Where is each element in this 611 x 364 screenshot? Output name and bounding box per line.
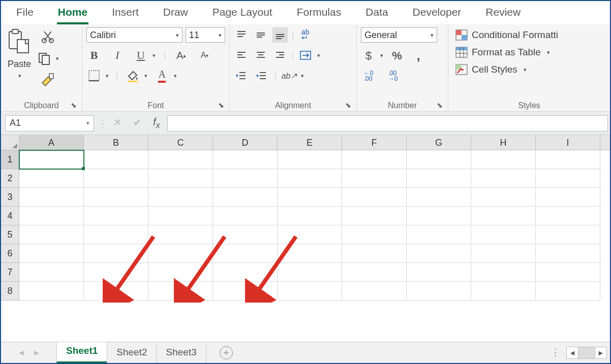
cell-F5[interactable] [342, 225, 407, 244]
scroll-right-icon[interactable]: ► [595, 349, 606, 357]
sheet-nav-prev-icon[interactable]: ◄ [17, 348, 25, 357]
cell-F4[interactable] [342, 207, 407, 225]
cell-C5[interactable] [148, 225, 213, 244]
cell-A2[interactable] [19, 169, 84, 188]
cell-D3[interactable] [213, 188, 278, 207]
chevron-down-icon[interactable]: ▾ [106, 73, 109, 79]
cell-D2[interactable] [213, 169, 278, 188]
col-header-E[interactable]: E [278, 135, 342, 150]
row-header-4[interactable]: 4 [1, 207, 19, 225]
name-box[interactable]: A1 ▾ [5, 115, 94, 131]
chevron-down-icon[interactable]: ▾ [174, 73, 177, 79]
col-header-A[interactable]: A [19, 135, 84, 150]
align-left-icon[interactable] [234, 48, 249, 63]
cell-C7[interactable] [148, 263, 213, 282]
cell-C4[interactable] [148, 207, 213, 225]
italic-button[interactable]: I [110, 48, 125, 63]
merge-center-icon[interactable] [298, 48, 313, 63]
align-top-icon[interactable] [234, 27, 249, 43]
cell-D5[interactable] [213, 225, 278, 244]
cell-C2[interactable] [148, 169, 213, 188]
cancel-formula-icon[interactable]: ✕ [113, 116, 122, 130]
sheet-tab-3[interactable]: Sheet3 [157, 344, 206, 363]
tab-review[interactable]: Review [484, 4, 522, 24]
cell-G7[interactable] [407, 263, 471, 282]
cell-H4[interactable] [471, 207, 536, 225]
col-header-F[interactable]: F [342, 135, 407, 150]
align-bottom-icon[interactable] [272, 27, 288, 43]
cell-H5[interactable] [471, 225, 536, 244]
cell-E3[interactable] [278, 188, 342, 207]
col-header-H[interactable]: H [471, 135, 536, 150]
cell-H2[interactable] [471, 169, 536, 188]
row-header-2[interactable]: 2 [1, 169, 19, 188]
wrap-text-icon[interactable]: ab↩ [298, 27, 313, 43]
cell-A3[interactable] [19, 188, 84, 207]
cell-H7[interactable] [471, 263, 536, 282]
cell-I7[interactable] [536, 263, 600, 282]
cell-I3[interactable] [536, 188, 600, 207]
cell-E8[interactable] [278, 282, 342, 301]
cell-F7[interactable] [342, 263, 407, 282]
decrease-font-icon[interactable]: A▾ [197, 48, 212, 63]
orientation-icon[interactable]: ab↗ [282, 68, 297, 83]
comma-format-button[interactable]: , [411, 48, 426, 63]
font-family-select[interactable]: Calibri▾ [86, 27, 182, 43]
horizontal-scrollbar[interactable]: ◄ ► [566, 347, 607, 359]
cell-H8[interactable] [471, 282, 536, 301]
col-header-B[interactable]: B [84, 135, 148, 150]
cell-H6[interactable] [471, 244, 536, 263]
cell-I5[interactable] [536, 225, 600, 244]
font-size-select[interactable]: 11▾ [186, 27, 225, 43]
dialog-launcher-icon[interactable]: ⬊ [436, 101, 444, 109]
row-header-6[interactable]: 6 [1, 244, 19, 263]
cell-I1[interactable] [536, 150, 600, 169]
fill-color-icon[interactable] [125, 68, 140, 83]
cell-C3[interactable] [148, 188, 213, 207]
font-color-icon[interactable]: A [155, 68, 170, 83]
cell-E2[interactable] [278, 169, 342, 188]
cut-icon[interactable] [37, 29, 59, 45]
cell-styles-button[interactable]: Cell Styles▾ [455, 62, 527, 77]
cell-H3[interactable] [471, 188, 536, 207]
col-header-C[interactable]: C [148, 135, 213, 150]
cell-E1[interactable] [278, 150, 342, 169]
cell-G8[interactable] [407, 282, 471, 301]
chevron-down-icon[interactable]: ▾ [86, 120, 89, 126]
cell-F3[interactable] [342, 188, 407, 207]
percent-format-button[interactable]: % [389, 48, 405, 63]
row-header-3[interactable]: 3 [1, 188, 19, 207]
row-header-5[interactable]: 5 [1, 225, 19, 244]
tab-formulas[interactable]: Formulas [296, 4, 343, 24]
copy-icon[interactable] [37, 51, 52, 66]
insert-function-icon[interactable]: fx [153, 116, 160, 130]
cell-C6[interactable] [148, 244, 213, 263]
cell-B4[interactable] [84, 207, 148, 225]
cell-B7[interactable] [84, 263, 148, 282]
paste-icon[interactable] [5, 27, 34, 56]
cell-I8[interactable] [536, 282, 600, 301]
cell-C1[interactable] [148, 150, 213, 169]
cell-G3[interactable] [407, 188, 471, 207]
format-painter-icon[interactable] [37, 72, 59, 87]
enter-formula-icon[interactable]: ✔ [133, 116, 142, 130]
cell-I4[interactable] [536, 207, 600, 225]
chevron-down-icon[interactable]: ▾ [317, 52, 320, 59]
conditional-formatting-button[interactable]: Conditional Formatti [455, 27, 558, 43]
dialog-launcher-icon[interactable]: ⬊ [344, 101, 352, 109]
dialog-launcher-icon[interactable]: ⬊ [70, 101, 78, 109]
sheet-nav-next-icon[interactable]: ► [33, 348, 41, 357]
cell-F2[interactable] [342, 169, 407, 188]
cell-D6[interactable] [213, 244, 278, 263]
col-header-G[interactable]: G [407, 135, 471, 150]
sheet-tab-1[interactable]: Sheet1 [56, 342, 107, 363]
row-header-7[interactable]: 7 [1, 263, 19, 282]
row-header-1[interactable]: 1 [1, 150, 19, 169]
cell-A7[interactable] [19, 263, 84, 282]
cell-G1[interactable] [407, 150, 471, 169]
cell-B1[interactable] [84, 150, 148, 169]
formula-input[interactable] [167, 115, 608, 131]
cell-H1[interactable] [471, 150, 536, 169]
cell-I2[interactable] [536, 169, 600, 188]
tab-home[interactable]: Home [57, 4, 88, 24]
